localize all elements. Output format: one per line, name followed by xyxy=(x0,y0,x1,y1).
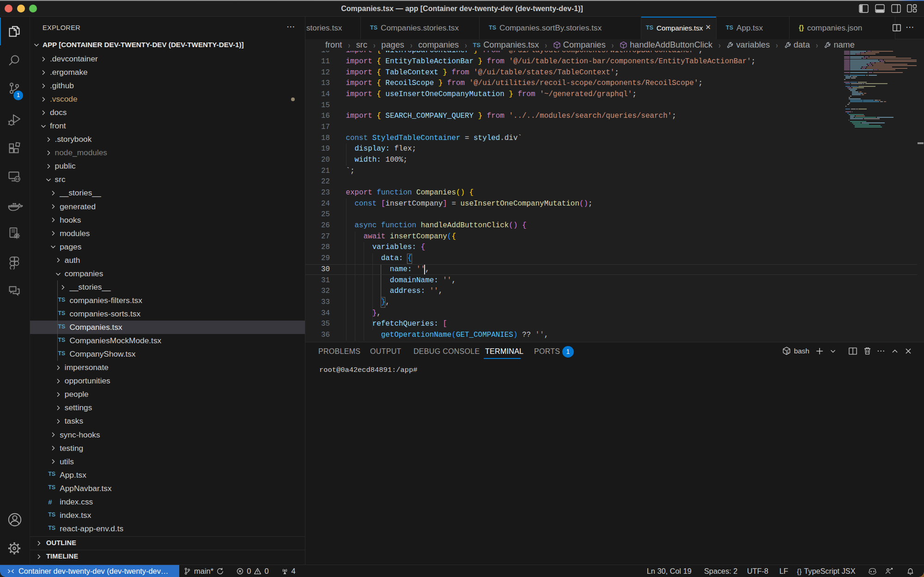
svg-text:$: $ xyxy=(787,351,789,354)
